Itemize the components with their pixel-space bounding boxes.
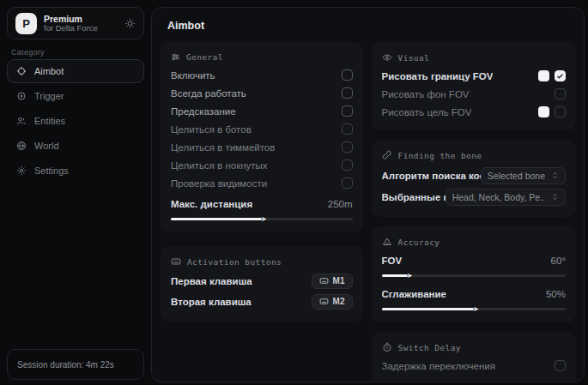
switch-delay-ms-value: 1000 ms	[528, 381, 566, 383]
bone-algorithm-row: Алгоритм поиска кост Selected bone	[382, 165, 566, 186]
visual-label: Рисовать цель FOV	[382, 107, 472, 117]
globe-icon	[16, 141, 27, 151]
checkbox[interactable]	[555, 106, 566, 117]
checkbox[interactable]	[342, 69, 353, 81]
keybind-label: Первая клавиша	[171, 276, 252, 286]
accuracy-section-header: Accuracy	[382, 237, 566, 247]
visual-card: Visual Рисовать границу FOV Рисовать фон…	[372, 42, 576, 130]
selected-value: Selected bone	[488, 171, 545, 181]
activation-card: Activation buttons Первая клавиша M1	[161, 246, 363, 322]
visual-label: Рисовать фон FOV	[382, 89, 470, 99]
fov-row: FOV 60°	[382, 251, 566, 269]
sidebar-item-trigger[interactable]: Trigger	[7, 84, 144, 108]
session-duration: Session duration: 4m 22s	[7, 349, 144, 380]
session-duration-text: Session duration: 4m 22s	[17, 360, 114, 370]
entities-icon	[16, 116, 27, 126]
app-logo: P	[15, 13, 37, 34]
bones-card: Finding the bone Алгоритм поиска кост Se…	[372, 140, 576, 217]
main-panel: Aimbot General Включить	[151, 7, 585, 382]
checkbox[interactable]	[555, 88, 566, 99]
sidebar-item-world[interactable]: World	[7, 134, 144, 158]
switch-delay-toggle-row: Задержка переключения	[382, 357, 566, 375]
right-column: Visual Рисовать границу FOV Рисовать фон…	[372, 42, 576, 382]
fov-label: FOV	[382, 256, 403, 266]
category-label: Category	[11, 48, 45, 57]
chevron-up-down-icon	[551, 171, 559, 179]
activation-section-header: Activation buttons	[171, 256, 353, 267]
sidebar-item-entities[interactable]: Entities	[7, 109, 144, 133]
section-title: General	[186, 52, 223, 62]
page-title: Aimbot	[152, 8, 584, 32]
section-title: Finding the bone	[398, 151, 482, 160]
smoothing-value: 50%	[546, 289, 566, 299]
keyboard-icon	[171, 256, 181, 267]
visual-row: Рисовать фон FOV	[382, 85, 566, 103]
selected-bones-select[interactable]: Head, Neck, Body, Pe..	[446, 189, 566, 206]
sidebar-item-settings[interactable]: Settings	[7, 159, 144, 183]
checkbox[interactable]	[342, 105, 353, 117]
slider-thumb[interactable]: ➤	[407, 271, 413, 280]
sidebar-item-aimbot[interactable]: Aimbot	[7, 59, 144, 83]
triangle-icon	[382, 237, 392, 247]
smoothing-row: Сглаживание 50%	[382, 285, 566, 303]
max-distance-slider[interactable]: ➤	[171, 215, 353, 223]
brand-card: P Premium for Delta Force	[7, 7, 144, 39]
switch-delay-ms-row: Задержка переключения (мс) 1000 ms	[382, 376, 566, 382]
fov-value: 60°	[551, 256, 566, 266]
slider-label: Макс. дистанция	[171, 199, 252, 209]
smoothing-slider[interactable]: ➤	[382, 305, 566, 313]
bone-icon	[382, 150, 392, 160]
fov-slider[interactable]: ➤	[382, 272, 566, 280]
color-swatch[interactable]	[538, 70, 549, 81]
keybind-button[interactable]: M2	[312, 294, 353, 310]
slider-thumb[interactable]: ➤	[473, 304, 479, 314]
toggle-label: Целиться в нокнутых	[171, 160, 268, 171]
toggle-label: Целиться в тиммейтов	[171, 142, 275, 153]
section-title: Accuracy	[398, 238, 440, 247]
brand-title: Premium	[44, 14, 118, 24]
keybind-label: Вторая клавиша	[171, 297, 252, 307]
keyboard-icon	[319, 297, 329, 306]
checkbox[interactable]	[342, 87, 353, 99]
keybind-value: M2	[333, 297, 345, 306]
smoothing-label: Сглаживание	[382, 289, 446, 299]
keybind-row: Вторая клавиша M2	[171, 292, 353, 312]
gear-icon[interactable]	[124, 18, 136, 29]
checkbox[interactable]	[342, 141, 353, 153]
sidebar: P Premium for Delta Force Category Aimbo…	[0, 0, 151, 385]
brand-subtitle: for Delta Force	[44, 24, 118, 33]
slider-value: 250m	[328, 199, 353, 209]
general-card: General Включить Всегда работать Предска…	[161, 42, 363, 232]
sidebar-item-label: Entities	[34, 116, 65, 126]
sidebar-item-label: Settings	[34, 165, 69, 176]
sidebar-item-label: Aimbot	[34, 66, 64, 76]
toggle-row: Включить	[171, 66, 353, 84]
checkbox[interactable]	[342, 177, 353, 189]
checkbox[interactable]	[555, 70, 566, 81]
selected-bones-label: Выбранные кос	[382, 192, 446, 202]
toggle-row: Целиться в ботов	[171, 120, 353, 138]
visual-label: Рисовать границу FOV	[382, 71, 494, 81]
general-section-header: General	[171, 52, 353, 62]
toggle-label: Всегда работать	[171, 88, 246, 99]
checkbox[interactable]	[342, 159, 353, 171]
crosshair-icon	[16, 66, 27, 76]
checkbox[interactable]	[555, 360, 566, 371]
accuracy-card: Accuracy FOV 60° ➤ Сглаживание 50% ➤	[372, 226, 576, 322]
switch-delay-ms-label: Задержка переключения (мс)	[382, 381, 524, 383]
switch-delay-card: Switch Delay Задержка переключения Задер…	[372, 332, 576, 382]
toggle-label: Целиться в ботов	[171, 124, 252, 135]
bone-algorithm-select[interactable]: Selected bone	[481, 167, 566, 184]
section-title: Visual	[398, 53, 430, 63]
app-window: P Premium for Delta Force Category Aimbo…	[0, 0, 588, 385]
slider-thumb[interactable]: ➤	[261, 214, 267, 224]
trigger-icon	[16, 91, 27, 101]
toggle-row: Целиться в нокнутых	[171, 156, 353, 174]
checkbox[interactable]	[342, 123, 353, 135]
visual-row: Рисовать цель FOV	[382, 103, 566, 121]
gear-icon	[16, 165, 27, 176]
keybind-button[interactable]: M1	[312, 274, 353, 289]
color-swatch[interactable]	[538, 106, 549, 117]
toggle-label: Проверка видимости	[171, 178, 267, 189]
slider-row: Макс. дистанция 250m	[171, 195, 353, 213]
